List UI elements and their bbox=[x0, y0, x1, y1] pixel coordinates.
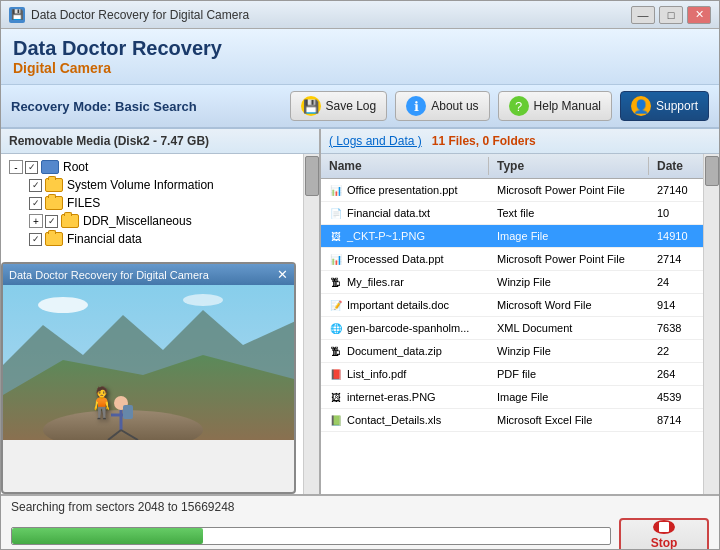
file-name: Contact_Details.xls bbox=[347, 414, 441, 426]
close-button[interactable]: ✕ bbox=[687, 6, 711, 24]
file-type-cell: Microsoft Excel File bbox=[489, 411, 649, 429]
help-icon: ? bbox=[509, 96, 529, 116]
tree-item-sysvolinfo[interactable]: System Volume Information bbox=[5, 176, 315, 194]
preview-title-text: Data Doctor Recovery for Digital Camera bbox=[9, 269, 209, 281]
file-table-header: Name Type Date bbox=[321, 154, 719, 179]
xml-icon: 🌐 bbox=[329, 321, 343, 335]
progress-bar-outer bbox=[11, 527, 611, 545]
tree-item-ddr-misc[interactable]: + DDR_Miscellaneous bbox=[5, 212, 315, 230]
table-row[interactable]: 📊 Processed Data.ppt Microsoft Power Poi… bbox=[321, 248, 719, 271]
ddr-expand[interactable]: + bbox=[29, 214, 43, 228]
app-title-main: Data Doctor Recovery bbox=[13, 37, 222, 60]
financial-folder-icon bbox=[45, 232, 63, 246]
file-name-cell: 📊 Processed Data.ppt bbox=[321, 250, 489, 268]
ddr-checkbox[interactable] bbox=[45, 215, 58, 228]
maximize-button[interactable]: □ bbox=[659, 6, 683, 24]
tree-item-root[interactable]: - Root bbox=[5, 158, 315, 176]
file-name-cell: 📝 Important details.doc bbox=[321, 296, 489, 314]
file-name: List_info.pdf bbox=[347, 368, 406, 380]
title-bar: 💾 Data Doctor Recovery for Digital Camer… bbox=[1, 1, 719, 29]
file-name-cell: 📕 List_info.pdf bbox=[321, 365, 489, 383]
right-scroll-thumb[interactable] bbox=[705, 156, 719, 186]
tree-item-financial[interactable]: Financial data bbox=[5, 230, 315, 248]
file-type-cell: Image File bbox=[489, 227, 649, 245]
file-rows: 📊 Office presentation.ppt Microsoft Powe… bbox=[321, 179, 719, 432]
app-icon: 💾 bbox=[9, 7, 25, 23]
table-row[interactable]: 📄 Financial data.txt Text file 10 bbox=[321, 202, 719, 225]
ddr-folder-icon bbox=[61, 214, 79, 228]
svg-rect-9 bbox=[123, 405, 133, 419]
file-name: Office presentation.ppt bbox=[347, 184, 457, 196]
file-type-cell: Microsoft Power Point File bbox=[489, 181, 649, 199]
img-icon: 🖼 bbox=[329, 229, 343, 243]
recovery-mode-label: Recovery Mode: Basic Search bbox=[11, 99, 282, 114]
tree-scrollbar[interactable] bbox=[303, 154, 319, 494]
table-row[interactable]: 🖼 _CKT-P~1.PNG Image File 14910 bbox=[321, 225, 719, 248]
file-type-cell: Winzip File bbox=[489, 342, 649, 360]
support-button[interactable]: 👤 Support bbox=[620, 91, 709, 121]
root-checkbox[interactable] bbox=[25, 161, 38, 174]
file-name-cell: 🗜 My_files.rar bbox=[321, 273, 489, 291]
file-name: _CKT-P~1.PNG bbox=[347, 230, 425, 242]
table-row[interactable]: 📕 List_info.pdf PDF file 264 bbox=[321, 363, 719, 386]
zip-icon: 🗜 bbox=[329, 344, 343, 358]
table-row[interactable]: 📗 Contact_Details.xls Microsoft Excel Fi… bbox=[321, 409, 719, 432]
file-name: gen-barcode-spanholm... bbox=[347, 322, 469, 334]
files-checkbox[interactable] bbox=[29, 197, 42, 210]
table-row[interactable]: 🗜 Document_data.zip Winzip File 22 bbox=[321, 340, 719, 363]
col-type: Type bbox=[489, 157, 649, 175]
table-row[interactable]: 📊 Office presentation.ppt Microsoft Powe… bbox=[321, 179, 719, 202]
doc-icon: 📝 bbox=[329, 298, 343, 312]
file-type-cell: Microsoft Word File bbox=[489, 296, 649, 314]
file-type-cell: Winzip File bbox=[489, 273, 649, 291]
table-row[interactable]: 🗜 My_files.rar Winzip File 24 bbox=[321, 271, 719, 294]
ddr-label: DDR_Miscellaneous bbox=[83, 214, 192, 228]
progress-container: 5061120 sectors of total 15669248 Stop S… bbox=[11, 518, 709, 550]
file-name-cell: 🌐 gen-barcode-spanholm... bbox=[321, 319, 489, 337]
stop-search-button[interactable]: Stop Search bbox=[619, 518, 709, 550]
main-content: Removable Media (Disk2 - 7.47 GB) - Root… bbox=[1, 129, 719, 494]
status-text: Searching from sectors 2048 to 15669248 bbox=[11, 500, 709, 514]
searching-label: Searching from sectors 2048 to 15669248 bbox=[11, 500, 235, 514]
files-info: 11 Files, 0 Folders bbox=[432, 134, 536, 148]
left-panel-header: Removable Media (Disk2 - 7.47 GB) bbox=[1, 129, 319, 154]
root-expand[interactable]: - bbox=[9, 160, 23, 174]
save-log-icon: 💾 bbox=[301, 96, 321, 116]
file-name: Important details.doc bbox=[347, 299, 449, 311]
app-header: Data Doctor Recovery Digital Camera bbox=[1, 29, 719, 85]
tree-item-files[interactable]: FILES bbox=[5, 194, 315, 212]
file-name-cell: 📄 Financial data.txt bbox=[321, 204, 489, 222]
file-type-cell: PDF file bbox=[489, 365, 649, 383]
minimize-button[interactable]: — bbox=[631, 6, 655, 24]
table-row[interactable]: 🖼 internet-eras.PNG Image File 4539 bbox=[321, 386, 719, 409]
help-manual-button[interactable]: ? Help Manual bbox=[498, 91, 612, 121]
tree-area: - Root System Volume Information FILES + bbox=[1, 154, 319, 494]
tree-scroll-thumb[interactable] bbox=[305, 156, 319, 196]
sysvolinfo-checkbox[interactable] bbox=[29, 179, 42, 192]
file-type-cell: Microsoft Power Point File bbox=[489, 250, 649, 268]
left-panel: Removable Media (Disk2 - 7.47 GB) - Root… bbox=[1, 129, 321, 494]
file-name: Document_data.zip bbox=[347, 345, 442, 357]
right-scrollbar[interactable] bbox=[703, 154, 719, 494]
preview-title-bar: Data Doctor Recovery for Digital Camera … bbox=[3, 264, 294, 285]
app-title-sub: Digital Camera bbox=[13, 60, 222, 76]
col-name: Name bbox=[321, 157, 489, 175]
financial-checkbox[interactable] bbox=[29, 233, 42, 246]
logs-link[interactable]: ( Logs and Data ) bbox=[329, 134, 422, 148]
table-row[interactable]: 📝 Important details.doc Microsoft Word F… bbox=[321, 294, 719, 317]
stop-label-line1: Stop bbox=[651, 536, 678, 550]
sysvolinfo-folder-icon bbox=[45, 178, 63, 192]
file-name: My_files.rar bbox=[347, 276, 404, 288]
title-bar-controls: — □ ✕ bbox=[631, 6, 711, 24]
table-row[interactable]: 🌐 gen-barcode-spanholm... XML Document 7… bbox=[321, 317, 719, 340]
support-icon: 👤 bbox=[631, 96, 651, 116]
files-label: FILES bbox=[67, 196, 100, 210]
file-name-cell: 🗜 Document_data.zip bbox=[321, 342, 489, 360]
files-folder-icon bbox=[45, 196, 63, 210]
preview-close-button[interactable]: ✕ bbox=[277, 267, 288, 282]
xls-icon: 📗 bbox=[329, 413, 343, 427]
file-type-cell: Text file bbox=[489, 204, 649, 222]
about-us-button[interactable]: ℹ About us bbox=[395, 91, 489, 121]
sysvolinfo-label: System Volume Information bbox=[67, 178, 214, 192]
save-log-button[interactable]: 💾 Save Log bbox=[290, 91, 388, 121]
